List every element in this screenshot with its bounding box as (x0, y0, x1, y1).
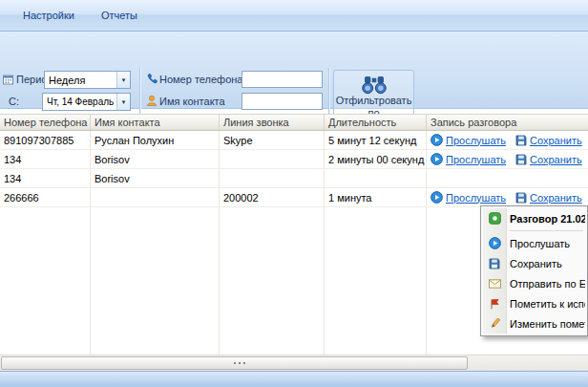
cell-contact (91, 188, 220, 206)
context-menu-item-label: Пометить к исполн... (510, 298, 585, 310)
date-from-value: Чт, 14 Февраль 201 (43, 94, 116, 110)
phone-number-input[interactable] (242, 71, 323, 88)
recording-icon (483, 212, 506, 225)
flag-icon (483, 298, 506, 310)
menubar: Настройки Отчеты (0, 0, 588, 32)
column-header-contact[interactable]: Имя контакта (91, 115, 220, 130)
save-link[interactable]: Сохранить (515, 135, 582, 146)
date-from-label: С: (9, 96, 19, 107)
pencil-icon (483, 318, 506, 330)
period-combobox[interactable]: Неделя ▼ (44, 71, 131, 89)
cell-line: Skype (220, 131, 325, 149)
save-icon (515, 192, 527, 204)
save-link-label: Сохранить (530, 192, 582, 204)
table-row[interactable]: 134 Borisov (0, 169, 588, 188)
table-header-row: Номер телефона Имя контакта Линия звонка… (0, 114, 588, 131)
play-circle-icon (430, 134, 443, 146)
play-circle-icon (430, 153, 443, 165)
column-header-recording[interactable]: Запись разговора (427, 115, 588, 130)
context-menu-item-label: Прослушать (510, 238, 570, 249)
cell-recording: Прослушать Сохранить (427, 150, 588, 168)
menu-tab-reports[interactable]: Отчеты (90, 6, 149, 25)
cell-recording: Прослушать Сохранить (427, 131, 588, 149)
save-icon (483, 258, 506, 269)
chevron-down-icon: ▼ (116, 94, 130, 110)
context-menu-item-mark-for-action[interactable]: Пометить к исполн... (483, 293, 585, 313)
contact-name-label: Имя контакта (159, 96, 225, 107)
cell-duration: 5 минут 12 секунд (325, 131, 427, 149)
scrollbar-grip-icon (234, 362, 236, 364)
calendar-icon (3, 74, 13, 85)
play-circle-icon (483, 237, 506, 249)
horizontal-scrollbar[interactable] (0, 355, 588, 371)
cell-recording: Прослушать Сохранить (427, 188, 588, 206)
chevron-down-icon: ▼ (116, 72, 130, 88)
cell-recording (427, 169, 588, 187)
filter-button-label-line1: Отфильтровать (336, 95, 412, 107)
listen-link-label: Прослушать (446, 154, 506, 165)
contact-name-input[interactable] (242, 93, 323, 110)
save-link-label: Сохранить (530, 135, 582, 146)
context-menu-item-listen[interactable]: Прослушать (483, 233, 585, 253)
listen-link-label: Прослушать (446, 135, 506, 146)
binoculars-icon (360, 75, 388, 95)
context-menu-item-edit-marks[interactable]: Изменить пометки (483, 313, 585, 333)
phone-number-label: Номер телефона (159, 74, 242, 85)
cell-contact: Руслан Полухин (91, 131, 220, 149)
listen-link[interactable]: Прослушать (430, 153, 506, 165)
context-menu: Разговор 21.02.2013 Прослушать Сохранить… (480, 205, 588, 336)
save-link-label: Сохранить (530, 154, 582, 165)
context-menu-item-send-email[interactable]: Отправить по Email (483, 273, 585, 293)
scrollbar-thumb[interactable] (1, 356, 468, 370)
context-menu-item-save[interactable]: Сохранить (483, 253, 585, 273)
cell-contact: Borisov (91, 169, 220, 187)
cell-phone: 134 (0, 150, 91, 168)
cell-line: 200002 (220, 188, 325, 206)
cell-line (220, 169, 325, 187)
column-header-duration[interactable]: Длительность (325, 115, 427, 130)
context-menu-item-label: Сохранить (510, 258, 562, 269)
listen-link-label: Прослушать (446, 192, 506, 204)
table-row[interactable]: 891097307885 Руслан Полухин Skype 5 мину… (0, 131, 588, 150)
save-icon (515, 154, 527, 165)
menu-tab-settings[interactable]: Настройки (11, 6, 86, 25)
status-bar (0, 371, 588, 387)
menu-separator (510, 230, 583, 231)
context-menu-item-label: Отправить по Email (510, 278, 585, 290)
ribbon-toolbar: Период Неделя ▼ С: Чт, 14 Февраль 201 ▼ … (0, 32, 588, 109)
column-header-phone[interactable]: Номер телефона (0, 115, 91, 130)
cell-phone: 266666 (0, 188, 91, 206)
cell-phone: 134 (0, 169, 91, 187)
column-header-line[interactable]: Линия звонка (220, 115, 325, 130)
date-from-picker[interactable]: Чт, 14 Февраль 201 ▼ (42, 93, 131, 111)
save-link[interactable]: Сохранить (515, 192, 582, 204)
play-circle-icon (430, 191, 443, 204)
save-icon (515, 135, 527, 146)
save-link[interactable]: Сохранить (515, 154, 582, 165)
cell-duration: 1 минута (325, 188, 427, 206)
context-menu-item-recording[interactable]: Разговор 21.02.2013 (483, 208, 585, 228)
listen-link[interactable]: Прослушать (430, 191, 506, 204)
phone-icon (146, 73, 158, 84)
listen-link[interactable]: Прослушать (430, 134, 506, 146)
cell-phone: 891097307885 (0, 131, 91, 149)
cell-contact: Borisov (91, 150, 220, 168)
cell-duration (325, 169, 427, 187)
cell-line (220, 150, 325, 168)
context-menu-item-label: Изменить пометки (510, 318, 585, 330)
table-row[interactable]: 266666 200002 1 минута Прослушать Сохран… (0, 188, 588, 207)
table-row[interactable]: 134 Borisov 2 минуты 00 секунд Прослушат… (0, 150, 588, 169)
context-menu-item-label: Разговор 21.02.2013 (510, 213, 585, 225)
app-window: Настройки Отчеты Период Неделя ▼ С: Чт, … (0, 0, 588, 387)
email-icon (483, 279, 506, 289)
period-value: Неделя (45, 72, 116, 88)
person-icon (146, 95, 158, 106)
cell-duration: 2 минуты 00 секунд (325, 150, 427, 168)
